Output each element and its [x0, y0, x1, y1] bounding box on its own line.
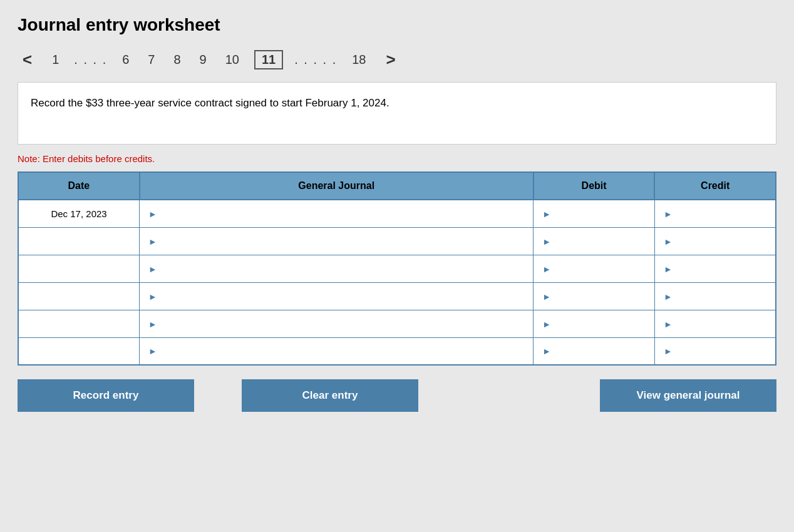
credit-cell-4[interactable]: ►: [654, 310, 776, 337]
arrow-icon: ►: [148, 237, 157, 247]
debit-cell-1[interactable]: ►: [534, 227, 655, 255]
dots-right: . . . . .: [294, 53, 337, 67]
debit-cell-0[interactable]: ►: [534, 200, 655, 227]
debit-cell-2[interactable]: ►: [534, 255, 655, 282]
button-row: Record entry Clear entry View general jo…: [18, 379, 776, 412]
clear-entry-button[interactable]: Clear entry: [242, 379, 418, 412]
prev-arrow[interactable]: <: [18, 48, 37, 72]
instruction-text: Record the $33 three-year service contra…: [31, 97, 389, 109]
credit-cell-1[interactable]: ►: [654, 227, 776, 255]
credit-cell-3[interactable]: ►: [654, 282, 776, 310]
date-cell-3[interactable]: [18, 282, 140, 310]
header-date: Date: [18, 172, 140, 200]
instruction-box: Record the $33 three-year service contra…: [18, 82, 776, 145]
arrow-icon: ►: [664, 346, 673, 356]
debit-cell-5[interactable]: ►: [534, 337, 655, 365]
page-6[interactable]: 6: [118, 51, 133, 68]
page-8[interactable]: 8: [170, 51, 184, 68]
dots-left: . . . .: [74, 53, 107, 67]
note-text: Note: Enter debits before credits.: [18, 153, 776, 164]
arrow-icon: ►: [148, 292, 157, 302]
arrow-icon: ►: [664, 319, 673, 329]
journal-table: Date General Journal Debit Credit Dec 17…: [18, 171, 776, 366]
record-entry-button[interactable]: Record entry: [18, 379, 194, 412]
page-11[interactable]: 11: [254, 50, 283, 69]
page-7[interactable]: 7: [144, 51, 158, 68]
journal-cell-4[interactable]: ►: [140, 310, 534, 337]
table-row: ►►►: [18, 337, 776, 365]
arrow-icon: ►: [148, 264, 157, 274]
date-cell-5[interactable]: [18, 337, 140, 365]
credit-cell-5[interactable]: ►: [654, 337, 776, 365]
page-18[interactable]: 18: [348, 51, 369, 68]
credit-cell-2[interactable]: ►: [654, 255, 776, 282]
arrow-icon: ►: [148, 319, 157, 329]
arrow-icon: ►: [664, 292, 673, 302]
date-cell-0[interactable]: Dec 17, 2023: [18, 200, 140, 227]
journal-cell-5[interactable]: ►: [140, 337, 534, 365]
arrow-icon: ►: [664, 209, 673, 219]
page-title: Journal entry worksheet: [18, 15, 776, 35]
arrow-icon: ►: [664, 237, 673, 247]
page-1[interactable]: 1: [48, 51, 63, 68]
date-cell-4[interactable]: [18, 310, 140, 337]
table-row: ►►►: [18, 227, 776, 255]
date-cell-2[interactable]: [18, 255, 140, 282]
arrow-icon: ►: [148, 346, 157, 356]
arrow-icon: ►: [542, 319, 551, 329]
header-credit: Credit: [654, 172, 776, 200]
journal-cell-3[interactable]: ►: [140, 282, 534, 310]
page-10[interactable]: 10: [222, 51, 243, 68]
journal-cell-1[interactable]: ►: [140, 227, 534, 255]
journal-cell-0[interactable]: ►: [140, 200, 534, 227]
header-debit: Debit: [534, 172, 655, 200]
arrow-icon: ►: [542, 292, 551, 302]
arrow-icon: ►: [542, 346, 551, 356]
arrow-icon: ►: [542, 237, 551, 247]
arrow-icon: ►: [542, 264, 551, 274]
debit-cell-4[interactable]: ►: [534, 310, 655, 337]
table-row: ►►►: [18, 282, 776, 310]
table-row: ►►►: [18, 255, 776, 282]
table-row: ►►►: [18, 310, 776, 337]
arrow-icon: ►: [148, 209, 157, 219]
date-cell-1[interactable]: [18, 227, 140, 255]
page-9[interactable]: 9: [196, 51, 210, 68]
debit-cell-3[interactable]: ►: [534, 282, 655, 310]
journal-cell-2[interactable]: ►: [140, 255, 534, 282]
view-general-journal-button[interactable]: View general journal: [600, 379, 776, 412]
pagination: < 1 . . . . 6 7 8 9 10 11 . . . . . 18 >: [18, 48, 776, 72]
next-arrow[interactable]: >: [381, 48, 400, 72]
table-row: Dec 17, 2023►►►: [18, 200, 776, 227]
arrow-icon: ►: [542, 209, 551, 219]
header-general-journal: General Journal: [140, 172, 534, 200]
arrow-icon: ►: [664, 264, 673, 274]
credit-cell-0[interactable]: ►: [654, 200, 776, 227]
